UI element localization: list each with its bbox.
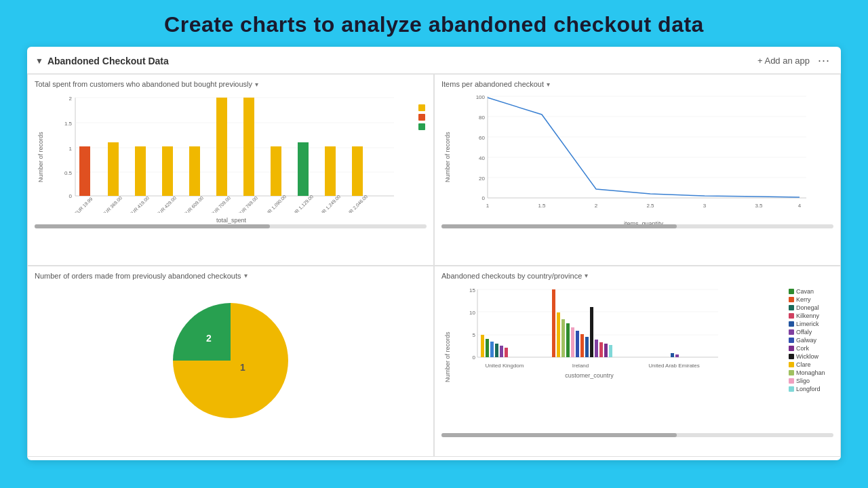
svg-text:1.5: 1.5 xyxy=(538,203,546,209)
legend-red xyxy=(418,114,425,121)
y-axis-label-top-left: Number of records xyxy=(35,91,47,223)
legend-color-wicklow xyxy=(789,354,794,359)
svg-text:EUR 709.00: EUR 709.00 xyxy=(210,195,231,213)
svg-text:2: 2 xyxy=(69,96,73,102)
svg-text:0.5: 0.5 xyxy=(64,170,73,176)
uk-bar-3 xyxy=(490,342,494,357)
ire-bar-9 xyxy=(595,340,598,357)
ire-bar-12 xyxy=(609,345,612,357)
chart-panel-bottom-right: Abandoned checkouts by country/province … xyxy=(434,266,841,458)
bar-3 xyxy=(162,146,173,196)
svg-text:4: 4 xyxy=(798,203,802,209)
svg-text:5: 5 xyxy=(473,332,476,338)
bar-1 xyxy=(108,142,119,196)
ire-bar-spike xyxy=(552,289,555,357)
pie-chart-area: 1 2 xyxy=(35,283,427,439)
legend-color-clare xyxy=(789,362,794,367)
legend-item-cavan: Cavan xyxy=(789,288,833,295)
svg-text:EUR 609.00: EUR 609.00 xyxy=(182,195,204,213)
page-title: Create charts to analyze abandoned check… xyxy=(0,0,868,47)
dashboard-header: ▼ Abandoned Checkout Data + Add an app ·… xyxy=(27,47,841,74)
legend-color-cavan xyxy=(789,289,794,294)
line-chart-area: Number of records 100 xyxy=(441,91,833,223)
legend-item-monaghan: Monaghan xyxy=(789,369,833,376)
legend-color-donegal xyxy=(789,305,794,310)
legend-item-offaly: Offaly xyxy=(789,329,833,336)
chart-filter-arrow-bottom-left[interactable]: ▾ xyxy=(244,272,248,279)
dashboard-container: ▼ Abandoned Checkout Data + Add an app ·… xyxy=(27,47,841,460)
legend-yellow xyxy=(418,104,425,111)
line-chart-svg: 100 80 60 40 20 0 1 1.5 2 2.5 3 xyxy=(454,91,833,216)
collapse-icon[interactable]: ▼ xyxy=(35,56,43,66)
svg-text:60: 60 xyxy=(479,135,485,141)
bar-10 xyxy=(352,146,363,196)
chart-filter-arrow-bottom-right[interactable]: ▾ xyxy=(585,272,588,279)
svg-text:EUR 769.00: EUR 769.00 xyxy=(237,195,258,213)
svg-text:2: 2 xyxy=(206,333,212,344)
chart-title-top-left: Total spent from customers who abandoned… xyxy=(35,80,427,88)
chart-filter-arrow-top-right[interactable]: ▾ xyxy=(547,81,550,88)
dashboard-header-right: + Add an app ··· xyxy=(757,54,830,68)
uk-bar-4 xyxy=(495,344,498,357)
svg-text:United Arab Emirates: United Arab Emirates xyxy=(648,363,700,369)
svg-text:3.5: 3.5 xyxy=(755,203,763,209)
chart-panel-top-left: Total spent from customers who abandoned… xyxy=(27,74,434,266)
ire-bar-5 xyxy=(576,331,579,357)
add-app-button[interactable]: + Add an app xyxy=(757,56,810,66)
legend-item-galway: Galway xyxy=(789,337,833,344)
dashboard-header-left: ▼ Abandoned Checkout Data xyxy=(35,56,169,66)
ire-bar-6 xyxy=(580,334,584,357)
scrollbar-thumb-top-right xyxy=(441,224,677,228)
scrollbar-thumb-top-left xyxy=(35,224,270,228)
bar-chart-svg-top-left: 2 1.5 1 0.5 0 xyxy=(47,91,416,213)
svg-text:EUR 369.00: EUR 369.00 xyxy=(101,195,123,213)
scrollbar-top-right[interactable] xyxy=(441,224,833,228)
ire-bar-11 xyxy=(604,344,608,357)
svg-text:2: 2 xyxy=(595,203,598,209)
svg-text:0: 0 xyxy=(473,354,476,361)
legend-color-longford xyxy=(789,386,794,392)
bar-7 xyxy=(271,146,281,196)
x-axis-label-top-left: total_spent xyxy=(47,217,416,224)
svg-text:EUR 1,249.00: EUR 1,249.00 xyxy=(317,194,341,213)
svg-text:1: 1 xyxy=(240,362,245,373)
svg-text:Ireland: Ireland xyxy=(572,363,589,369)
legend-item-cork: Cork xyxy=(789,345,833,352)
country-bar-chart-svg: 15 10 5 0 xyxy=(454,283,786,418)
bar-chart-area-top-left: Number of records 2 1.5 xyxy=(35,91,427,223)
ire-bar-3 xyxy=(566,323,570,357)
legend-green xyxy=(418,123,425,130)
legend-item-kilkenny: Kilkenny xyxy=(789,312,833,319)
legend-color-cork xyxy=(789,346,794,351)
line-path xyxy=(488,98,800,197)
uk-bar-6 xyxy=(505,348,508,357)
bar-2 xyxy=(135,146,146,196)
more-options-button[interactable]: ··· xyxy=(818,54,830,68)
bar-chart-legend-top-left xyxy=(416,91,427,223)
pie-slice-green xyxy=(173,303,231,361)
page-wrapper: Create charts to analyze abandoned check… xyxy=(0,0,868,460)
bar-chart-bottom-area: Number of records 15 10 5 xyxy=(441,283,833,432)
chart-filter-arrow-top-left[interactable]: ▾ xyxy=(255,81,258,88)
svg-text:80: 80 xyxy=(479,115,485,121)
svg-text:0: 0 xyxy=(482,195,486,201)
svg-text:20: 20 xyxy=(479,176,485,182)
ire-bar-4 xyxy=(571,327,574,357)
svg-text:EUR 2,046.00: EUR 2,046.00 xyxy=(344,194,368,213)
chart-panel-top-right: Items per abandoned checkout ▾ Number of… xyxy=(434,74,841,266)
chart-title-bottom-left: Number of orders made from previously ab… xyxy=(35,272,427,280)
uae-bar-2 xyxy=(675,354,679,357)
bar-8 xyxy=(298,142,309,196)
svg-text:EUR 1,129.00: EUR 1,129.00 xyxy=(290,194,314,213)
legend-item-clare: Clare xyxy=(789,361,833,368)
legend-item-longford: Longford xyxy=(789,386,833,392)
svg-text:EUR 19.99: EUR 19.99 xyxy=(74,197,94,213)
svg-text:0: 0 xyxy=(69,193,73,199)
svg-text:customer_country: customer_country xyxy=(565,372,614,379)
scrollbar-top-left[interactable] xyxy=(35,224,427,228)
scrollbar-bottom-right[interactable] xyxy=(441,433,833,437)
chart-title-top-right: Items per abandoned checkout ▾ xyxy=(441,80,833,88)
ire-bar-2 xyxy=(561,319,565,357)
ire-bar-1 xyxy=(557,312,560,357)
svg-text:10: 10 xyxy=(469,310,475,316)
